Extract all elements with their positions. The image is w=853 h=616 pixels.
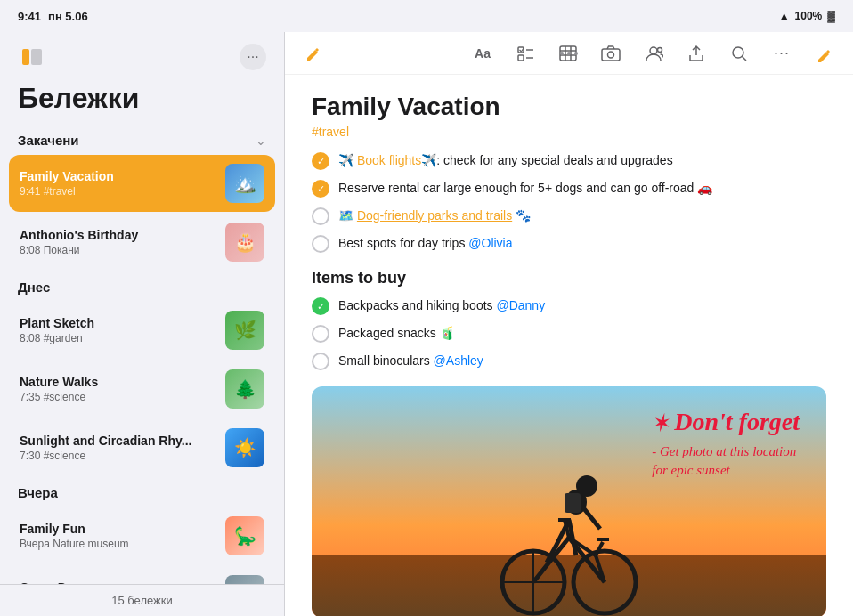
- check-circle-6[interactable]: [312, 325, 329, 343]
- note-thumb: ⚽: [225, 575, 264, 584]
- checklist-item-7: Small binoculars @Ashley: [312, 352, 826, 370]
- note-thumb: ☀️: [225, 428, 264, 467]
- toolbar-right: Aa: [468, 39, 839, 68]
- note-item-nature-walks[interactable]: Nature Walks 7:35 #science 🌲: [9, 361, 275, 417]
- mention-olivia: @Olivia: [468, 236, 512, 250]
- section-today-label: Днес: [18, 280, 50, 295]
- book-flights-link[interactable]: Book flights: [357, 153, 421, 167]
- note-main-title: Family Vacation: [312, 93, 826, 121]
- status-bar: 9:41 пн 5.06 ▲ 100% ▓: [0, 0, 853, 32]
- checklist-section-1: ✓ ✈️ Book flights✈️: check for any speci…: [312, 151, 826, 253]
- check-circle-2[interactable]: ✓: [312, 180, 329, 198]
- note-title: Family Fun: [20, 522, 216, 536]
- svg-point-17: [733, 47, 743, 58]
- status-bar-right: ▲ 100% ▓: [779, 10, 835, 22]
- sidebar-content: Закачени ⌄ Family Vacation 9:41 #travel …: [0, 126, 284, 584]
- svg-line-18: [743, 56, 747, 61]
- note-meta: 8:08 #garden: [20, 332, 216, 344]
- section-yesterday-label: Вчера: [18, 485, 58, 500]
- handwriting-dont-forget: Don't forget: [674, 408, 800, 435]
- sidebar-panel-icon[interactable]: [18, 43, 46, 71]
- sidebar: ··· Бележки Закачени ⌄ Family Vacation 9…: [0, 32, 285, 616]
- check-circle-4[interactable]: [312, 235, 329, 253]
- handwriting-get-photo: - Get photo at this location for epic su…: [652, 442, 800, 480]
- battery-icon: ▓: [827, 10, 835, 22]
- format-label: Aa: [475, 46, 491, 61]
- camera-button[interactable]: [597, 39, 625, 68]
- note-thumb: 🎂: [225, 223, 264, 262]
- note-thumb: 🌲: [225, 369, 264, 409]
- chevron-down-icon: ⌄: [256, 134, 266, 148]
- share-button[interactable]: [682, 39, 711, 68]
- svg-point-28: [576, 475, 597, 497]
- note-item-plant-sketch[interactable]: Plant Sketch 8:08 #garden 🌿: [9, 302, 275, 359]
- checklist-section-2: ✓ Backpacks and hiking boots @Danny Pack…: [312, 296, 826, 370]
- check-circle-5[interactable]: ✓: [312, 297, 329, 315]
- more-options-button[interactable]: ···: [768, 39, 796, 68]
- checklist-item-3: 🗺️ Dog-friendly parks and trails 🐾: [312, 207, 826, 225]
- note-thumb: 🌿: [225, 311, 264, 350]
- find-button[interactable]: [725, 39, 753, 68]
- ellipsis-icon: ···: [774, 44, 790, 62]
- collaborate-button[interactable]: [639, 39, 668, 68]
- svg-rect-13: [602, 49, 620, 61]
- svg-point-14: [608, 52, 614, 58]
- section-pinned-label: Закачени: [18, 133, 79, 148]
- note-title: Family Vacation: [20, 169, 216, 183]
- svg-rect-6: [518, 55, 524, 61]
- note-item-family-fun[interactable]: Family Fun Вчера Nature museum 🦕: [9, 507, 275, 564]
- sidebar-more-button[interactable]: ···: [240, 44, 266, 70]
- detail-pane: Aa: [285, 32, 853, 616]
- back-pencil-button[interactable]: [299, 39, 328, 68]
- section-yesterday: Вчера: [0, 478, 284, 506]
- mention-ashley: @Ashley: [434, 353, 483, 368]
- checklist-item-2: ✓ Reserve rental car large enough for 5+…: [312, 179, 826, 198]
- battery: 100%: [795, 10, 823, 22]
- note-meta: 9:41 #travel: [20, 185, 216, 198]
- note-meta: Вчера Nature museum: [20, 538, 216, 550]
- note-item-game-day[interactable]: Game Day Вчера #soccer ⚽: [9, 566, 275, 584]
- checklist-item-1: ✓ ✈️ Book flights✈️: check for any speci…: [312, 151, 826, 170]
- check-circle-3[interactable]: [312, 207, 329, 225]
- note-content: Family Vacation #travel ✓ ✈️ Book flight…: [285, 75, 853, 616]
- note-title: Anthonio's Birthday: [20, 228, 216, 242]
- note-meta: 8:08 Покани: [20, 244, 216, 256]
- svg-rect-1: [31, 49, 42, 65]
- note-title: Plant Sketch: [20, 316, 216, 330]
- note-title: Nature Walks: [20, 375, 216, 389]
- star-icon: ✶: [652, 412, 668, 434]
- new-note-button[interactable]: [810, 39, 839, 68]
- note-thumb: 🦕: [225, 516, 264, 555]
- time: 9:41: [18, 10, 41, 23]
- handwriting-annotation: ✶ Don't forget - Get photo at this locat…: [652, 404, 800, 480]
- check-circle-1[interactable]: ✓: [312, 152, 329, 170]
- svg-point-16: [658, 47, 662, 52]
- sidebar-title: Бележки: [0, 78, 284, 126]
- checklist-item-5: ✓ Backpacks and hiking boots @Danny: [312, 296, 826, 315]
- svg-point-15: [650, 47, 657, 54]
- checklist-item-6: Packaged snacks 🧃: [312, 324, 826, 343]
- svg-rect-0: [22, 49, 29, 65]
- svg-rect-29: [565, 493, 581, 513]
- checklist-item-4: Best spots for day trips @Olivia: [312, 234, 826, 253]
- format-text-button[interactable]: Aa: [468, 39, 497, 68]
- section-today: Днес: [0, 272, 284, 300]
- note-hashtag: #travel: [312, 125, 826, 139]
- note-item-family-vacation[interactable]: Family Vacation 9:41 #travel 🏔️: [9, 155, 275, 212]
- day: пн 5.06: [48, 10, 88, 23]
- note-item-anthonios-birthday[interactable]: Anthonio's Birthday 8:08 Покани 🎂: [9, 214, 275, 271]
- sidebar-footer: 15 бележки: [0, 584, 284, 616]
- note-item-sunlight[interactable]: Sunlight and Circadian Rhy... 7:30 #scie…: [9, 419, 275, 476]
- section-pinned[interactable]: Закачени ⌄: [0, 126, 284, 153]
- notes-count: 15 бележки: [111, 594, 173, 607]
- sidebar-header: ···: [0, 32, 284, 78]
- wifi-icon: ▲: [779, 10, 790, 22]
- parks-trails-link[interactable]: Dog-friendly parks and trails: [357, 208, 512, 223]
- note-image: ✶ Don't forget - Get photo at this locat…: [312, 386, 826, 616]
- mention-danny: @Danny: [496, 298, 545, 312]
- note-meta: 7:35 #science: [20, 391, 216, 403]
- checklist-button[interactable]: [511, 39, 540, 68]
- more-icon: ···: [247, 49, 258, 65]
- check-circle-7[interactable]: [312, 353, 329, 370]
- toolbar-dots: [560, 52, 578, 55]
